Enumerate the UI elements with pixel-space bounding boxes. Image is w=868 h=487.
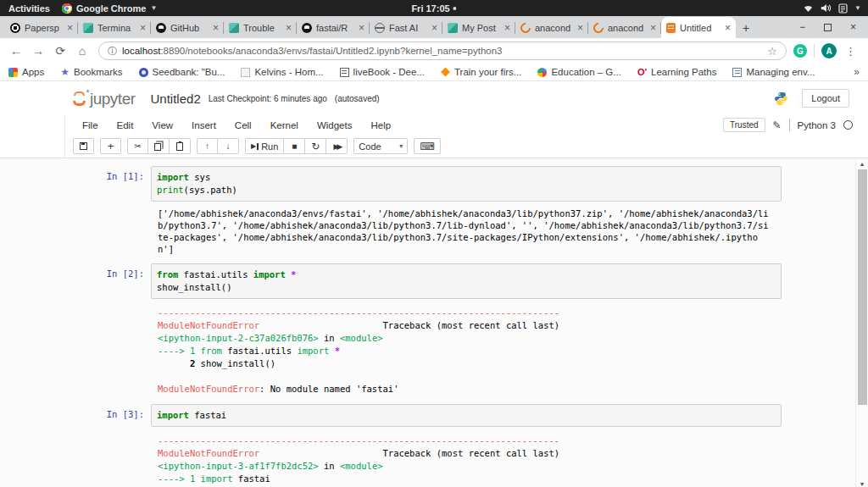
chrome-logo-icon [62, 3, 72, 14]
bookmark-label: Managing env... [746, 67, 815, 77]
forward-button[interactable]: → [29, 42, 47, 60]
bookmark-item[interactable]: Seedbank: "Bu... [139, 67, 225, 77]
trusted-button[interactable]: Trusted [723, 118, 765, 132]
tab-title: Papersp [25, 23, 63, 33]
jupyter-logo-icon [71, 90, 88, 107]
bookmark-item[interactable]: Education – G... [537, 67, 620, 77]
restart-kernel-button[interactable]: ↻ [305, 138, 326, 154]
app-menu[interactable]: Google Chrome ▼ [62, 3, 157, 14]
move-cell-down-button[interactable]: ↓ [218, 138, 239, 154]
clock[interactable]: Fri 17:05 [411, 3, 456, 14]
gnome-top-bar: Activities Google Chrome ▼ Fri 17:05 ▼ [0, 0, 868, 16]
move-cell-up-button[interactable]: ↑ [197, 138, 218, 154]
browser-tab[interactable]: GitHub× [151, 18, 224, 38]
command-palette-button[interactable]: ⌨ [414, 138, 440, 154]
browser-tab[interactable]: fastai/R× [297, 18, 370, 38]
tab-close-icon[interactable]: × [431, 24, 437, 32]
page-info-icon[interactable]: ⓘ [108, 45, 117, 58]
url-host: localhost [122, 46, 160, 56]
tab-close-icon[interactable]: × [504, 24, 510, 32]
jupyter-logo[interactable]: jupyter [71, 90, 136, 107]
restore-button[interactable] [824, 24, 832, 31]
anaconda-icon [519, 21, 533, 36]
tab-title: Fast AI [389, 23, 427, 33]
tab-close-icon[interactable]: × [577, 24, 583, 32]
code-input[interactable]: import sysprint(sys.path) [151, 166, 782, 202]
tab-close-icon[interactable]: × [67, 24, 73, 32]
browser-menu-button[interactable]: ⋮ [840, 45, 861, 58]
save-button[interactable] [73, 138, 94, 154]
activities-button[interactable]: Activities [8, 3, 50, 14]
run-cell-button[interactable]: ▶ Run [245, 138, 284, 154]
cell-type-select[interactable]: Code ▾ [353, 138, 408, 154]
browser-toolbar: ← → ⟳ ⌂ ⓘ localhost:8890/notebooks/anaco… [0, 38, 868, 64]
menu-help[interactable]: Help [361, 120, 400, 130]
browser-tab[interactable]: Papersp× [5, 18, 78, 38]
close-window-button[interactable]: × [850, 21, 856, 33]
volume-icon [821, 3, 832, 13]
minimize-button[interactable]: − [799, 21, 805, 33]
browser-tab[interactable]: My Post× [442, 18, 515, 38]
scroll-up-icon[interactable]: ▲ [860, 158, 865, 169]
browser-tab[interactable]: Trouble× [224, 18, 297, 38]
bookmark-item[interactable]: Managing env... [732, 67, 815, 77]
menu-file[interactable]: File [73, 120, 108, 130]
tab-close-icon[interactable]: × [725, 24, 731, 32]
code-input[interactable]: import fastai [151, 404, 782, 427]
browser-tab[interactable]: Termina× [78, 18, 151, 38]
grammarly-extension-icon[interactable]: G [793, 44, 807, 58]
paste-cell-button[interactable] [170, 138, 191, 154]
browser-tab[interactable]: anacond× [588, 18, 661, 38]
livebook-icon [340, 68, 349, 77]
bookmark-item[interactable]: liveBook - Dee... [340, 67, 425, 77]
cut-cell-button[interactable]: ✂ [127, 138, 148, 154]
bookmark-item[interactable]: Apps [8, 67, 44, 77]
bookmarks-bar: Apps★BookmarksSeedbank: "Bu...Kelvins - … [0, 64, 868, 81]
bookmark-item[interactable]: ★Bookmarks [60, 67, 122, 77]
scrollbar[interactable]: ▲ ▼ [855, 158, 868, 487]
tab-close-icon[interactable]: × [650, 24, 656, 32]
profile-avatar[interactable]: A [821, 43, 837, 58]
bookmark-star-icon[interactable]: ☆ [767, 45, 777, 58]
new-tab-button[interactable]: + [736, 18, 756, 38]
copy-cell-button[interactable] [148, 138, 170, 154]
browser-tab[interactable]: anacond× [515, 18, 588, 38]
interrupt-kernel-button[interactable]: ■ [284, 138, 305, 154]
bookmark-item[interactable]: Train your firs... [441, 67, 521, 77]
address-bar[interactable]: ⓘ localhost:8890/notebooks/anaconda3/env… [98, 42, 787, 60]
tab-title: anacond [535, 23, 573, 33]
browser-tab[interactable]: Untitled× [661, 17, 736, 38]
menu-insert[interactable]: Insert [182, 120, 225, 130]
home-button[interactable]: ⌂ [73, 42, 92, 60]
notebook-toolbar: + ✂ ↑ ↓ ▶ Run ■ ↻ ▶▶ Code ▾ ⌨ [65, 135, 856, 158]
tab-title: Termina [97, 23, 136, 33]
browser-tab[interactable]: Fast AI× [370, 18, 442, 38]
logout-button[interactable]: Logout [802, 89, 849, 108]
bookmark-label: Education – G... [551, 67, 620, 77]
back-button[interactable]: ← [7, 42, 25, 60]
bookmarks-overflow-button[interactable]: » [854, 66, 860, 78]
tab-close-icon[interactable]: × [286, 24, 292, 32]
add-cell-button[interactable]: + [100, 138, 121, 154]
notebook-title[interactable]: Untitled2 [151, 91, 201, 106]
system-tray[interactable]: ▼ [803, 3, 868, 14]
menu-cell[interactable]: Cell [225, 120, 261, 130]
scroll-down-icon[interactable]: ▼ [860, 479, 865, 487]
python-logo-icon [774, 91, 788, 106]
step-forward-icon: ▶ [251, 142, 256, 150]
paste-icon [176, 142, 183, 151]
tab-close-icon[interactable]: × [359, 24, 364, 32]
scrollbar-thumb[interactable] [858, 169, 867, 405]
menu-kernel[interactable]: Kernel [261, 120, 308, 130]
menu-widgets[interactable]: Widgets [308, 120, 362, 130]
tab-close-icon[interactable]: × [213, 24, 219, 32]
menu-edit[interactable]: Edit [108, 120, 143, 130]
reload-button[interactable]: ⟳ [51, 42, 70, 60]
cell-prompt: In [3]: [93, 404, 151, 427]
bookmark-item[interactable]: O'Learning Paths [637, 67, 717, 77]
menu-view[interactable]: View [142, 120, 182, 130]
bookmark-item[interactable]: Kelvins - Hom... [241, 67, 323, 77]
tab-close-icon[interactable]: × [140, 24, 146, 32]
code-input[interactable]: from fastai.utils import *show_install() [151, 263, 782, 299]
restart-run-all-button[interactable]: ▶▶ [326, 138, 348, 154]
